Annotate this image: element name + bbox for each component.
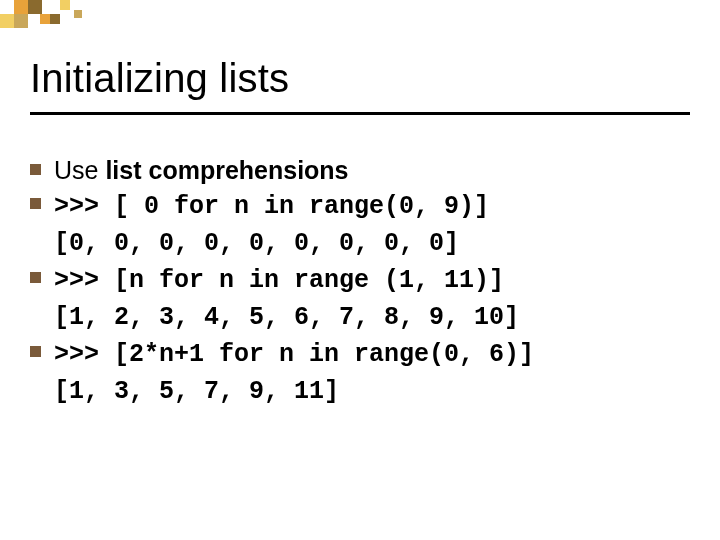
bullet-icon xyxy=(30,346,41,357)
bullet-icon xyxy=(30,164,41,175)
body-line: [0, 0, 0, 0, 0, 0, 0, 0, 0] xyxy=(54,225,674,260)
deco-square xyxy=(14,14,28,28)
slide-body: Use list comprehensions >>> [ 0 for n in… xyxy=(54,154,674,410)
body-line: Use list comprehensions xyxy=(54,154,674,186)
title-underline xyxy=(30,112,690,115)
bullet-icon xyxy=(30,198,41,209)
body-line: >>> [2*n+1 for n in range(0, 6)] xyxy=(54,336,674,371)
deco-square xyxy=(14,0,28,14)
code-text: >>> [n for n in range (1, 11)] xyxy=(54,266,504,295)
deco-square xyxy=(50,14,60,24)
deco-square xyxy=(60,0,70,10)
deco-square xyxy=(74,10,82,18)
deco-square xyxy=(40,14,50,24)
code-text: [1, 3, 5, 7, 9, 11] xyxy=(54,377,339,406)
body-line: [1, 2, 3, 4, 5, 6, 7, 8, 9, 10] xyxy=(54,299,674,334)
deco-square xyxy=(28,0,42,14)
bullet-icon xyxy=(30,272,41,283)
corner-decoration xyxy=(0,0,720,30)
body-line: >>> [n for n in range (1, 11)] xyxy=(54,262,674,297)
code-text: >>> [2*n+1 for n in range(0, 6)] xyxy=(54,340,534,369)
slide-title: Initializing lists xyxy=(30,56,289,101)
body-line: >>> [ 0 for n in range(0, 9)] xyxy=(54,188,674,223)
code-text: [0, 0, 0, 0, 0, 0, 0, 0, 0] xyxy=(54,229,459,258)
deco-square xyxy=(0,14,14,28)
body-line: [1, 3, 5, 7, 9, 11] xyxy=(54,373,674,408)
code-text: [1, 2, 3, 4, 5, 6, 7, 8, 9, 10] xyxy=(54,303,519,332)
code-text: >>> [ 0 for n in range(0, 9)] xyxy=(54,192,489,221)
body-bold: list comprehensions xyxy=(105,156,348,184)
slide: Initializing lists Use list comprehensio… xyxy=(0,0,720,540)
body-text: Use xyxy=(54,156,105,184)
